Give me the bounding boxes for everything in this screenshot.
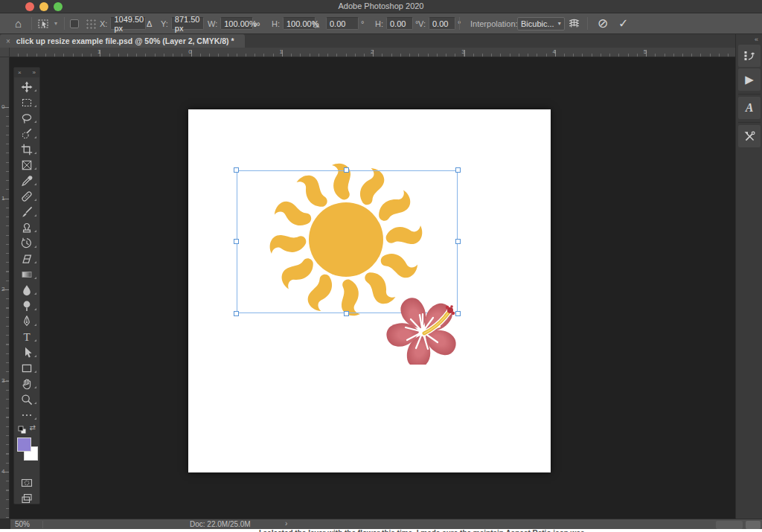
ruler-corner [0,48,10,57]
dock-divider [738,94,761,94]
tool-zoom[interactable] [14,391,39,407]
collapse-dock-icon[interactable]: « [755,36,758,43]
tool-hand[interactable] [14,376,39,391]
x-position-field[interactable]: 1049.50 px [110,17,146,30]
document-tab-bar: × click up resize example file.psd @ 50%… [0,34,735,48]
ruler-number: 1 [280,48,283,55]
reference-point-checkbox[interactable] [70,19,79,28]
foreground-color-swatch[interactable] [17,438,31,452]
tool-marquee[interactable] [14,94,39,110]
maintain-aspect-ratio-icon[interactable]: ∞ [254,19,260,29]
tool-dodge[interactable] [14,298,39,313]
tool-frame[interactable] [14,157,39,173]
status-corner [0,519,10,530]
y-position-field[interactable]: 871.50 px [171,17,204,30]
ruler-number: 4 [553,48,556,55]
reference-point-grid-icon [85,18,96,29]
photoshop-window: Adobe Photoshop 2020 ⌂ ▾ X: 1049.50 px Δ… [0,0,762,532]
tool-presets-panel-button[interactable] [738,125,761,147]
home-icon[interactable]: ⌂ [15,17,22,30]
tool-rectangle[interactable] [14,360,39,376]
v-skew-label: V: [418,19,426,28]
height-label: H: [272,19,280,28]
tool-spot-healing[interactable] [14,188,39,204]
horizontal-ruler[interactable]: 1012345 [10,48,735,57]
close-tab-icon[interactable]: × [6,37,10,45]
swatch-controls: ⇄ [14,423,39,436]
tool-clone-stamp[interactable] [14,219,39,235]
tool-quick-selection[interactable] [14,126,39,141]
history-panel-button[interactable] [738,45,761,67]
tool-gradient[interactable] [14,266,39,282]
ruler-number: 3 [1,377,4,384]
flower-layer-artwork[interactable] [385,296,460,365]
play-icon: ▶ [745,73,754,86]
tool-path-selection[interactable] [14,344,39,360]
actions-panel-button[interactable]: ▶ [738,68,761,91]
panel-dock: « ▶ A [735,34,762,519]
transform-tool-icon [37,13,51,33]
zoom-level-field[interactable]: 50% [15,520,30,528]
tools-list: T [14,77,39,423]
ruler-number: 1 [97,48,100,55]
tool-lasso[interactable] [14,110,39,126]
tool-move[interactable] [14,79,39,94]
tool-history-brush[interactable] [14,235,39,251]
width-field[interactable]: 100.00% [220,17,253,30]
app-title: Adobe Photoshop 2020 [0,1,762,10]
tool-brush[interactable] [14,204,39,219]
status-bar: 50% Doc: 22.0M/25.0M › [0,519,762,529]
ruler-number: 5 [644,48,647,55]
document-tab[interactable]: × click up resize example file.psd @ 50%… [0,34,245,48]
clipped-page-text: I selected the layer with the flower thi… [0,529,762,532]
status-menu-chevron-icon[interactable]: › [285,519,287,528]
dock-divider [738,122,761,123]
vertical-ruler[interactable]: 01234 [0,57,10,519]
separator [64,17,65,30]
ruler-number: 2 [371,48,374,55]
swap-colors-icon[interactable]: ⇄ [30,423,36,432]
glyphs-icon: A [746,101,754,115]
ruler-number: 1 [1,195,4,202]
expand-panel-icon[interactable]: » [33,69,36,76]
glyphs-panel-button[interactable]: A [738,97,761,119]
cancel-transform-button[interactable]: ⊘ [598,16,608,31]
tool-crop[interactable] [14,141,39,157]
tool-pen[interactable] [14,313,39,329]
separator [42,521,43,528]
tool-blur[interactable] [14,282,39,298]
interpolation-dropdown[interactable]: Bicubic...▾ [517,17,565,31]
x-label: X: [100,19,107,28]
chevron-down-icon[interactable]: ▾ [54,20,57,27]
rotation-field[interactable]: 0.00 [326,17,359,30]
document-sizes: Doc: 22.0M/25.0M [190,520,251,528]
quick-mask-button[interactable] [14,475,39,490]
chevron-down-icon: ▾ [558,20,561,27]
ruler-number: 0 [1,103,4,110]
interpolation-label: Interpolation: [470,19,518,28]
relative-positioning-icon[interactable]: Δ [147,19,152,28]
separator [31,17,32,30]
rotate-angle-icon: ◺ [313,19,319,28]
warp-mode-icon[interactable] [568,13,580,33]
v-skew-field[interactable]: 0.00 [429,17,455,30]
options-bar: ⌂ ▾ X: 1049.50 px Δ Y: 871.50 px W: 100.… [0,13,762,34]
document-tab-title: click up resize example file.psd @ 50% (… [16,36,234,45]
y-label: Y: [161,19,168,28]
screen-mode-button[interactable] [14,490,39,506]
height-field[interactable]: 100.00% [283,17,316,30]
tool-edit-toolbar[interactable] [14,407,39,423]
close-panel-icon[interactable]: × [18,69,22,76]
commit-transform-button[interactable]: ✓ [618,16,628,31]
svg-text:T: T [23,331,30,343]
transform-bounding-box[interactable] [237,170,458,313]
ruler-number: 4 [1,468,4,475]
tool-type[interactable]: T [14,329,39,344]
h-skew-field[interactable]: 0.00 [386,17,413,30]
tool-eraser[interactable] [14,251,39,266]
ruler-number: 3 [461,48,464,55]
tool-eyedropper[interactable] [14,173,39,188]
ruler-number: 2 [1,286,4,292]
tools-panel: × » T ⇄ [13,67,40,504]
separator [459,17,460,30]
